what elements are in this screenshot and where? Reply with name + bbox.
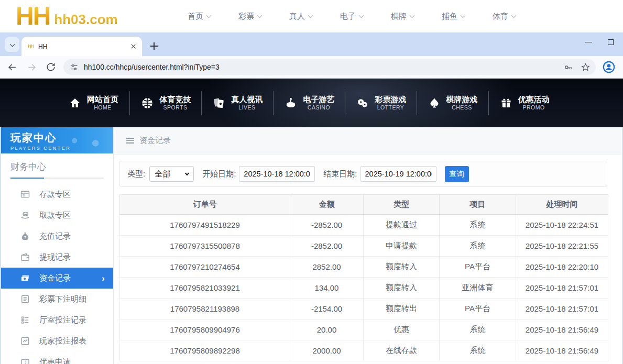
- table-cell: 申请提款: [364, 236, 440, 257]
- sidebar-header: 玩家中心 PLAYERS CENTER: [1, 127, 113, 153]
- top-nav-item[interactable]: 棋牌: [391, 12, 414, 21]
- profile-avatar-icon[interactable]: [602, 60, 616, 74]
- table-cell: 2852.00: [290, 257, 364, 278]
- main-nav-item[interactable]: 彩票游戏 LOTTERY: [345, 91, 417, 115]
- new-tab-button[interactable]: [147, 39, 161, 53]
- type-select[interactable]: 全部: [149, 166, 194, 182]
- table-row: 17607958098922982000.00在线存款系统2025-10-18 …: [120, 340, 608, 361]
- table-cell: 额度转出: [364, 299, 440, 319]
- logo-hh-text: HH: [16, 4, 50, 29]
- document-icon: [20, 294, 30, 304]
- main-nav-zh-label: 体育竞技: [160, 95, 191, 105]
- withdraw-hand-icon: [20, 210, 30, 220]
- sidebar-item-label: 充值记录: [39, 231, 71, 241]
- sidebar-item[interactable]: 优惠申请: [1, 351, 113, 364]
- main-nav-en-label: PROMO: [522, 104, 544, 111]
- site-header: HH hh03.com 首页 彩票 真人 电子 棋牌 捕鱼 体育: [0, 0, 623, 32]
- table-cell: 额度转入: [364, 278, 440, 299]
- browser-tab[interactable]: HH HH: [21, 37, 142, 56]
- main-nav-zh-label: 彩票游戏: [375, 95, 407, 105]
- top-nav-label: 彩票: [238, 12, 254, 21]
- window-maximize-button[interactable]: [608, 39, 614, 45]
- top-nav-item[interactable]: 电子: [340, 12, 363, 21]
- breadcrumb: 资金记录: [114, 127, 622, 155]
- table-cell: 1760797210274654: [120, 257, 290, 278]
- table-row: 1760795821193898-2154.00额度转出PA平台2025-10-…: [120, 299, 608, 319]
- main-nav-zh-label: 优惠活动: [518, 95, 550, 105]
- gamepad-watermark-icon: [63, 129, 108, 153]
- table-header-cell: 金额: [290, 195, 364, 215]
- chevron-down-icon: [308, 13, 313, 18]
- records-table: 订单号金额类型项目处理时间 1760797491518229-2852.00提款…: [119, 194, 608, 361]
- sidebar-item-label: 彩票下注明细: [39, 294, 86, 304]
- site-settings-icon[interactable]: [70, 63, 79, 72]
- sidebar-item[interactable]: 提现记录: [1, 247, 113, 268]
- sidebar-item-label: 取款专区: [39, 211, 71, 220]
- forward-button[interactable]: [24, 60, 39, 74]
- site-logo[interactable]: HH hh03.com: [16, 4, 118, 29]
- table-cell: 2025-10-18 22:21:55: [516, 236, 608, 257]
- bookmark-star-icon[interactable]: [581, 62, 591, 72]
- window-minimize-button[interactable]: [585, 42, 592, 43]
- sidebar-item[interactable]: 取款专区: [1, 205, 113, 226]
- top-nav-item[interactable]: 彩票: [238, 12, 261, 21]
- table-cell: 2025-10-18 21:56:49: [516, 340, 608, 361]
- search-button[interactable]: 查询: [445, 166, 469, 182]
- table-cell: -2154.00: [290, 299, 364, 319]
- start-date-label: 开始日期:: [202, 169, 236, 179]
- chevron-down-icon: [257, 13, 263, 18]
- banknotes-icon: [20, 273, 30, 283]
- main-content: 资金记录 类型: 全部 开始日期: 结束日期: 查询 订单号金额类型项目处理时间…: [114, 127, 622, 364]
- main-nav-en-label: HOME: [94, 104, 112, 111]
- table-cell: 1760795821033921: [120, 278, 290, 299]
- tab-close-icon[interactable]: [129, 42, 138, 51]
- lottery-balls-icon: [356, 96, 369, 110]
- table-cell: 2025-10-18 22:24:51: [516, 215, 608, 236]
- sidebar-section-underline: [10, 178, 104, 179]
- sidebar-item[interactable]: 厅室投注记录: [1, 310, 113, 330]
- password-key-icon[interactable]: [563, 62, 573, 72]
- top-nav-item[interactable]: 首页: [188, 12, 211, 21]
- tab-favicon-icon: HH: [28, 44, 34, 49]
- top-nav: 首页 彩票 真人 电子 棋牌 捕鱼 体育: [188, 0, 516, 32]
- sidebar-item-label: 提现记录: [39, 252, 71, 262]
- top-nav-item[interactable]: 捕鱼: [442, 12, 465, 21]
- main-nav-item[interactable]: 电子游艺 CASINO: [273, 91, 345, 115]
- main-nav-item[interactable]: 棋牌游戏 CHESS: [417, 91, 488, 115]
- sidebar-section: 财务中心: [1, 153, 113, 179]
- table-cell: 2025-10-18 22:20:10: [516, 257, 608, 278]
- end-date-input[interactable]: [360, 166, 436, 182]
- page-body: 玩家中心 PLAYERS CENTER 财务中心 存款专区 取款专区 充值记录 …: [0, 127, 623, 364]
- top-nav-item[interactable]: 真人: [289, 12, 312, 21]
- back-button[interactable]: [5, 60, 19, 74]
- main-nav-en-label: LOTTERY: [377, 104, 405, 111]
- table-cell: PA平台: [440, 257, 516, 278]
- sidebar-section-label: 财务中心: [10, 161, 104, 173]
- main-nav-item[interactable]: 网站首页 HOME: [58, 91, 129, 115]
- start-date-input[interactable]: [239, 166, 315, 182]
- money-bag-icon: [20, 231, 30, 241]
- main-nav-item[interactable]: 优惠活动 PROMO: [488, 91, 560, 115]
- table-cell: 20.00: [290, 319, 364, 340]
- address-bar[interactable]: [63, 59, 596, 75]
- top-nav-item[interactable]: 体育: [493, 12, 516, 21]
- url-input[interactable]: [84, 63, 556, 71]
- main-nav-en-label: LIVES: [238, 104, 255, 111]
- sidebar-item[interactable]: 玩家投注报表: [1, 330, 113, 351]
- tab-search-button[interactable]: [5, 37, 19, 52]
- table-cell: 系统: [440, 236, 516, 257]
- table-row: 1760795821033921134.00额度转入亚洲体育2025-10-18…: [120, 278, 608, 299]
- main-nav-zh-label: 电子游艺: [303, 95, 335, 105]
- gift-icon: [500, 97, 512, 109]
- sidebar-item[interactable]: 资金记录 ›: [1, 268, 113, 289]
- main-nav-en-label: CASINO: [308, 104, 330, 111]
- chevron-down-icon: [410, 13, 415, 18]
- main-nav-item[interactable]: 真人视讯 LIVES: [201, 91, 273, 115]
- sidebar-item[interactable]: 彩票下注明细: [1, 289, 113, 310]
- sidebar-item-label: 资金记录: [39, 273, 71, 283]
- sidebar-item[interactable]: 充值记录: [1, 226, 113, 247]
- reload-button[interactable]: [43, 60, 58, 74]
- main-nav-item[interactable]: 体育竞技 SPORTS: [129, 91, 201, 115]
- sidebar-item[interactable]: 存款专区: [1, 184, 113, 205]
- table-cell: 亚洲体育: [440, 278, 516, 299]
